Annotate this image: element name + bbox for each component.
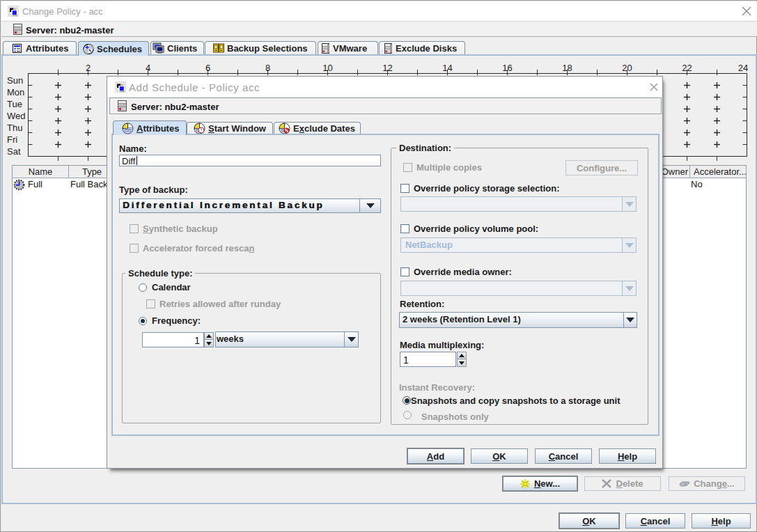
svg-text:Thu: Thu xyxy=(7,123,22,133)
svg-text:Fri: Fri xyxy=(7,134,17,145)
svg-text:24: 24 xyxy=(738,63,748,73)
svg-text:Mon: Mon xyxy=(7,87,24,97)
svg-text:Sun: Sun xyxy=(7,75,23,86)
svg-text:Wed: Wed xyxy=(7,111,26,121)
svg-text:Tue: Tue xyxy=(7,99,22,109)
svg-text:Sat: Sat xyxy=(7,146,21,157)
